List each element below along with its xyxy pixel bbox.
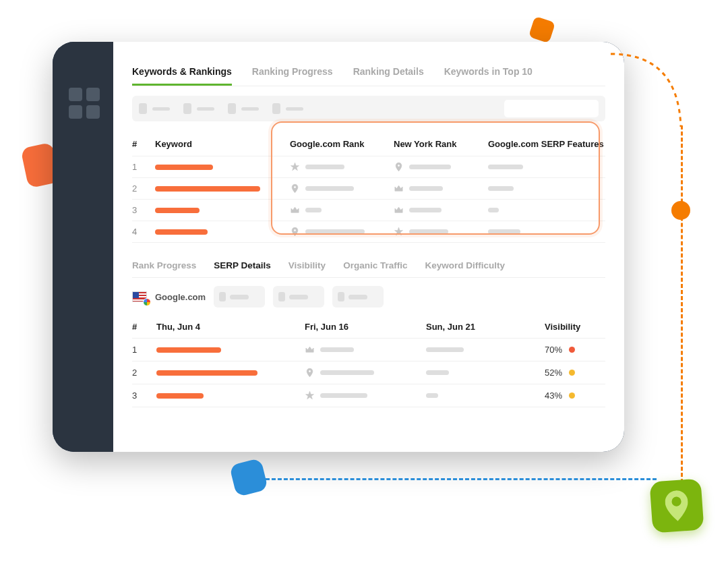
sidebar-apps-icon[interactable] bbox=[69, 88, 113, 119]
app-window: Keywords & Rankings Ranking Progress Ran… bbox=[53, 42, 624, 452]
pin-icon bbox=[394, 162, 404, 172]
keywords-table: # Keyword Google.com Rank New York Rank … bbox=[132, 132, 605, 243]
source-chip[interactable] bbox=[214, 286, 265, 308]
tab-rank-progress[interactable]: Rank Progress bbox=[132, 260, 196, 270]
keyword-bar bbox=[155, 229, 208, 235]
source-chip[interactable] bbox=[273, 286, 324, 308]
filter-toolbar bbox=[132, 96, 605, 121]
source-chip[interactable] bbox=[332, 286, 384, 308]
decor-square-blue bbox=[229, 458, 268, 497]
dates-header-row: # Thu, Jun 4 Fri, Jun 16 Sun, Jun 21 Vis… bbox=[132, 316, 605, 339]
table-row[interactable]: 3 bbox=[132, 200, 605, 221]
keyword-bar bbox=[155, 165, 213, 170]
table-row[interactable]: 1 bbox=[132, 156, 605, 178]
visibility-value: 43% bbox=[545, 390, 562, 401]
row-index: 1 bbox=[132, 345, 156, 355]
col-head-keyword: Keyword bbox=[155, 139, 290, 149]
crown-icon bbox=[394, 183, 404, 194]
row-index: 3 bbox=[132, 205, 155, 215]
col-head-serp-features: Google.com SERP Features bbox=[488, 139, 605, 149]
primary-tabs: Keywords & Rankings Ranking Progress Ran… bbox=[132, 66, 605, 86]
main-panel: Keywords & Rankings Ranking Progress Ran… bbox=[113, 42, 624, 452]
col-head-visibility: Visibility bbox=[545, 322, 612, 332]
tab-organic-traffic[interactable]: Organic Traffic bbox=[343, 260, 407, 270]
tab-serp-details[interactable]: SERP Details bbox=[214, 260, 271, 270]
star-icon bbox=[305, 390, 315, 401]
row-index: 2 bbox=[132, 183, 155, 194]
visibility-value: 52% bbox=[545, 368, 562, 378]
pin-icon bbox=[305, 368, 315, 378]
crown-icon bbox=[394, 205, 404, 215]
sidebar bbox=[53, 42, 113, 452]
pin-icon bbox=[664, 490, 689, 522]
row-index: 2 bbox=[132, 368, 156, 378]
status-dot bbox=[569, 370, 575, 376]
tab-keyword-difficulty[interactable]: Keyword Difficulty bbox=[425, 260, 505, 270]
col-head-date2: Fri, Jun 16 bbox=[305, 322, 426, 332]
table-row[interactable]: 1 70% bbox=[132, 339, 605, 361]
decor-dashed-horizontal bbox=[266, 478, 657, 480]
tab-visibility[interactable]: Visibility bbox=[289, 260, 326, 270]
filter-item[interactable] bbox=[272, 103, 303, 114]
decor-circle-orange-right bbox=[671, 201, 690, 220]
table-header-row: # Keyword Google.com Rank New York Rank … bbox=[132, 132, 605, 156]
col-head-google-rank: Google.com Rank bbox=[290, 139, 394, 149]
pin-icon bbox=[290, 227, 300, 237]
status-dot bbox=[569, 347, 575, 353]
tab-keywords-top10[interactable]: Keywords in Top 10 bbox=[444, 66, 533, 86]
table-row[interactable]: 3 43% bbox=[132, 384, 605, 407]
status-dot bbox=[569, 393, 575, 399]
col-head-index: # bbox=[132, 322, 156, 332]
filter-item[interactable] bbox=[183, 103, 214, 114]
row-index: 1 bbox=[132, 162, 155, 172]
keyword-bar bbox=[155, 208, 200, 213]
row-index: 4 bbox=[132, 227, 155, 237]
table-row[interactable]: 4 bbox=[132, 221, 605, 243]
rank-bar bbox=[156, 393, 204, 399]
col-head-index: # bbox=[132, 139, 155, 149]
decor-dashed-arc bbox=[611, 50, 685, 131]
source-row: Google.com bbox=[132, 278, 605, 316]
filter-item[interactable] bbox=[139, 103, 170, 114]
tab-ranking-details[interactable]: Ranking Details bbox=[353, 66, 424, 86]
google-icon bbox=[143, 298, 151, 306]
star-icon bbox=[394, 227, 404, 237]
row-index: 3 bbox=[132, 390, 156, 401]
crown-icon bbox=[305, 345, 315, 355]
tab-ranking-progress[interactable]: Ranking Progress bbox=[252, 66, 333, 86]
table-row[interactable]: 2 52% bbox=[132, 361, 605, 384]
pin-icon bbox=[290, 183, 300, 194]
keyword-bar bbox=[155, 186, 260, 192]
filter-item[interactable] bbox=[228, 103, 259, 114]
search-engine-label: Google.com bbox=[155, 292, 206, 302]
tab-keywords-rankings[interactable]: Keywords & Rankings bbox=[132, 66, 232, 86]
dates-table: # Thu, Jun 4 Fri, Jun 16 Sun, Jun 21 Vis… bbox=[132, 316, 605, 407]
crown-icon bbox=[290, 205, 300, 215]
secondary-tabs: Rank Progress SERP Details Visibility Or… bbox=[132, 260, 605, 278]
decor-location-badge bbox=[649, 478, 704, 533]
star-icon bbox=[290, 162, 300, 172]
us-flag-icon bbox=[132, 291, 147, 302]
decor-dashed-vertical bbox=[681, 125, 683, 483]
visibility-value: 70% bbox=[545, 345, 562, 355]
rank-bar bbox=[156, 347, 221, 353]
decor-square-orange-top bbox=[528, 16, 555, 43]
col-head-newyork-rank: New York Rank bbox=[394, 139, 488, 149]
toolbar-search[interactable] bbox=[504, 100, 599, 117]
rank-bar bbox=[156, 370, 257, 376]
table-row[interactable]: 2 bbox=[132, 178, 605, 200]
col-head-date1: Thu, Jun 4 bbox=[156, 322, 305, 332]
col-head-date3: Sun, Jun 21 bbox=[426, 322, 545, 332]
